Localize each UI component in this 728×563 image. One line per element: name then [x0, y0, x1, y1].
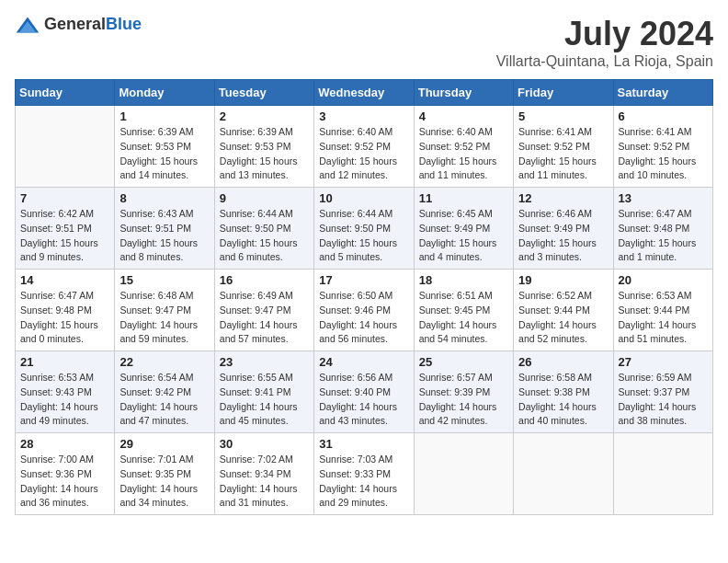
- day-number: 5: [518, 109, 608, 123]
- day-info: Sunrise: 6:46 AMSunset: 9:49 PMDaylight:…: [518, 207, 608, 265]
- week-row: 7Sunrise: 6:42 AMSunset: 9:51 PMDaylight…: [16, 188, 713, 270]
- day-number: 25: [419, 355, 508, 369]
- day-number: 2: [220, 109, 309, 123]
- day-info: Sunrise: 6:47 AMSunset: 9:48 PMDaylight:…: [619, 207, 708, 265]
- weekday-header-tuesday: Tuesday: [214, 80, 313, 106]
- weekday-header-friday: Friday: [514, 80, 613, 106]
- calendar-cell: 23Sunrise: 6:55 AMSunset: 9:41 PMDayligh…: [214, 351, 313, 433]
- day-info: Sunrise: 6:40 AMSunset: 9:52 PMDaylight:…: [319, 125, 408, 183]
- calendar-cell: 27Sunrise: 6:59 AMSunset: 9:37 PMDayligh…: [613, 351, 712, 433]
- day-info: Sunrise: 6:57 AMSunset: 9:39 PMDaylight:…: [419, 371, 508, 429]
- weekday-header-row: SundayMondayTuesdayWednesdayThursdayFrid…: [16, 80, 713, 106]
- day-info: Sunrise: 7:01 AMSunset: 9:35 PMDaylight:…: [119, 453, 209, 511]
- calendar-cell: 4Sunrise: 6:40 AMSunset: 9:52 PMDaylight…: [414, 106, 513, 188]
- weekday-header-wednesday: Wednesday: [314, 80, 414, 106]
- logo: GeneralBlue: [15, 15, 142, 34]
- calendar-cell: 3Sunrise: 6:40 AMSunset: 9:52 PMDaylight…: [314, 106, 414, 188]
- location-title: Villarta-Quintana, La Rioja, Spain: [496, 53, 713, 70]
- day-number: 10: [319, 191, 408, 205]
- weekday-header-monday: Monday: [115, 80, 214, 106]
- day-number: 15: [119, 273, 209, 287]
- calendar-cell: 7Sunrise: 6:42 AMSunset: 9:51 PMDaylight…: [16, 188, 115, 270]
- day-info: Sunrise: 6:55 AMSunset: 9:41 PMDaylight:…: [220, 371, 309, 429]
- day-info: Sunrise: 7:03 AMSunset: 9:33 PMDaylight:…: [319, 453, 408, 511]
- day-number: 3: [319, 109, 408, 123]
- calendar-table: SundayMondayTuesdayWednesdayThursdayFrid…: [15, 79, 713, 515]
- calendar-cell: 2Sunrise: 6:39 AMSunset: 9:53 PMDaylight…: [214, 106, 313, 188]
- day-number: 1: [119, 109, 209, 123]
- calendar-cell: 14Sunrise: 6:47 AMSunset: 9:48 PMDayligh…: [16, 270, 115, 351]
- day-info: Sunrise: 6:39 AMSunset: 9:53 PMDaylight:…: [220, 125, 309, 183]
- calendar-cell: 8Sunrise: 6:43 AMSunset: 9:51 PMDaylight…: [115, 188, 214, 270]
- day-info: Sunrise: 6:44 AMSunset: 9:50 PMDaylight:…: [220, 207, 309, 265]
- logo-icon: [15, 16, 40, 34]
- day-info: Sunrise: 7:02 AMSunset: 9:34 PMDaylight:…: [220, 453, 309, 511]
- calendar-cell: 20Sunrise: 6:53 AMSunset: 9:44 PMDayligh…: [613, 270, 712, 351]
- calendar-cell: 21Sunrise: 6:53 AMSunset: 9:43 PMDayligh…: [16, 351, 115, 433]
- day-number: 9: [220, 191, 309, 205]
- day-info: Sunrise: 6:45 AMSunset: 9:49 PMDaylight:…: [419, 207, 508, 265]
- calendar-cell: 1Sunrise: 6:39 AMSunset: 9:53 PMDaylight…: [115, 106, 214, 188]
- day-number: 6: [619, 109, 708, 123]
- day-number: 21: [20, 355, 109, 369]
- calendar-cell: 31Sunrise: 7:03 AMSunset: 9:33 PMDayligh…: [314, 433, 414, 515]
- calendar-cell: 24Sunrise: 6:56 AMSunset: 9:40 PMDayligh…: [314, 351, 414, 433]
- day-info: Sunrise: 6:42 AMSunset: 9:51 PMDaylight:…: [20, 207, 109, 265]
- day-number: 30: [220, 437, 309, 451]
- week-row: 28Sunrise: 7:00 AMSunset: 9:36 PMDayligh…: [16, 433, 713, 515]
- calendar-cell: 25Sunrise: 6:57 AMSunset: 9:39 PMDayligh…: [414, 351, 513, 433]
- day-number: 31: [319, 437, 408, 451]
- calendar-cell: 19Sunrise: 6:52 AMSunset: 9:44 PMDayligh…: [514, 270, 613, 351]
- day-info: Sunrise: 6:44 AMSunset: 9:50 PMDaylight:…: [319, 207, 408, 265]
- day-number: 26: [518, 355, 608, 369]
- calendar-cell: 17Sunrise: 6:50 AMSunset: 9:46 PMDayligh…: [314, 270, 414, 351]
- calendar-cell: 30Sunrise: 7:02 AMSunset: 9:34 PMDayligh…: [214, 433, 313, 515]
- day-number: 12: [518, 191, 608, 205]
- calendar-cell: 26Sunrise: 6:58 AMSunset: 9:38 PMDayligh…: [514, 351, 613, 433]
- day-number: 23: [220, 355, 309, 369]
- day-number: 29: [119, 437, 209, 451]
- week-row: 21Sunrise: 6:53 AMSunset: 9:43 PMDayligh…: [16, 351, 713, 433]
- day-number: 17: [319, 273, 408, 287]
- weekday-header-sunday: Sunday: [16, 80, 115, 106]
- calendar-cell: 9Sunrise: 6:44 AMSunset: 9:50 PMDaylight…: [214, 188, 313, 270]
- day-info: Sunrise: 7:00 AMSunset: 9:36 PMDaylight:…: [20, 453, 109, 511]
- calendar-cell: 15Sunrise: 6:48 AMSunset: 9:47 PMDayligh…: [115, 270, 214, 351]
- calendar-cell: 5Sunrise: 6:41 AMSunset: 9:52 PMDaylight…: [514, 106, 613, 188]
- day-number: 24: [319, 355, 408, 369]
- header: GeneralBlue July 2024 Villarta-Quintana,…: [15, 15, 713, 70]
- day-number: 19: [518, 273, 608, 287]
- logo-general: General: [44, 15, 106, 33]
- calendar-cell: [514, 433, 613, 515]
- day-info: Sunrise: 6:58 AMSunset: 9:38 PMDaylight:…: [518, 371, 608, 429]
- day-number: 8: [119, 191, 209, 205]
- title-area: July 2024 Villarta-Quintana, La Rioja, S…: [496, 15, 713, 70]
- day-info: Sunrise: 6:52 AMSunset: 9:44 PMDaylight:…: [518, 289, 608, 347]
- month-title: July 2024: [496, 15, 713, 53]
- calendar-cell: 12Sunrise: 6:46 AMSunset: 9:49 PMDayligh…: [514, 188, 613, 270]
- calendar-cell: [16, 106, 115, 188]
- week-row: 14Sunrise: 6:47 AMSunset: 9:48 PMDayligh…: [16, 270, 713, 351]
- day-info: Sunrise: 6:51 AMSunset: 9:45 PMDaylight:…: [419, 289, 508, 347]
- day-info: Sunrise: 6:53 AMSunset: 9:44 PMDaylight:…: [619, 289, 708, 347]
- day-number: 22: [119, 355, 209, 369]
- weekday-header-saturday: Saturday: [613, 80, 712, 106]
- day-number: 4: [419, 109, 508, 123]
- day-info: Sunrise: 6:53 AMSunset: 9:43 PMDaylight:…: [20, 371, 109, 429]
- day-info: Sunrise: 6:54 AMSunset: 9:42 PMDaylight:…: [119, 371, 209, 429]
- day-info: Sunrise: 6:43 AMSunset: 9:51 PMDaylight:…: [119, 207, 209, 265]
- calendar-cell: [613, 433, 712, 515]
- day-info: Sunrise: 6:41 AMSunset: 9:52 PMDaylight:…: [619, 125, 708, 183]
- day-info: Sunrise: 6:56 AMSunset: 9:40 PMDaylight:…: [319, 371, 408, 429]
- day-number: 11: [419, 191, 508, 205]
- day-number: 20: [619, 273, 708, 287]
- calendar-cell: 22Sunrise: 6:54 AMSunset: 9:42 PMDayligh…: [115, 351, 214, 433]
- day-info: Sunrise: 6:49 AMSunset: 9:47 PMDaylight:…: [220, 289, 309, 347]
- day-info: Sunrise: 6:48 AMSunset: 9:47 PMDaylight:…: [119, 289, 209, 347]
- calendar-cell: 10Sunrise: 6:44 AMSunset: 9:50 PMDayligh…: [314, 188, 414, 270]
- calendar-cell: 18Sunrise: 6:51 AMSunset: 9:45 PMDayligh…: [414, 270, 513, 351]
- weekday-header-thursday: Thursday: [414, 80, 513, 106]
- day-number: 27: [619, 355, 708, 369]
- day-info: Sunrise: 6:40 AMSunset: 9:52 PMDaylight:…: [419, 125, 508, 183]
- day-number: 7: [20, 191, 109, 205]
